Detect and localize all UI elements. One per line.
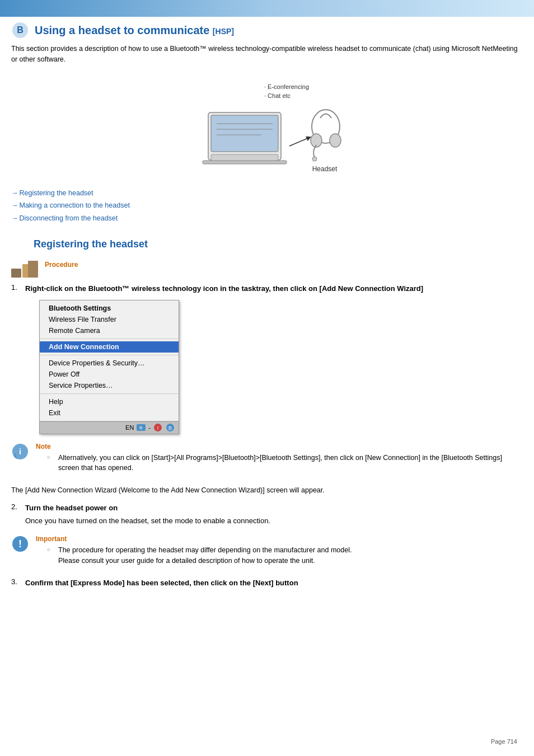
link-disconnecting[interactable]: Disconnecting from the headset [11, 212, 523, 225]
taskbar-dash: - [148, 424, 151, 431]
svg-text:· Chat etc: · Chat etc [264, 92, 291, 99]
svg-text:!: ! [157, 425, 159, 431]
link-making[interactable]: Making a connection to the headset [11, 199, 523, 212]
procedure-block: Procedure [11, 259, 523, 279]
menu-item-wireless-transfer[interactable]: Wireless File Transfer [40, 314, 179, 325]
taskbar-strip: EN B - ! B [40, 421, 179, 434]
step-1: 1. Right-click on the Bluetooth™ wireles… [11, 283, 523, 434]
step-2-subtext: Once you have turned on the headset, set… [25, 515, 270, 527]
important-label: Important [36, 535, 352, 543]
step-1-number: 1. [11, 283, 25, 292]
svg-line-11 [289, 138, 309, 146]
page-number: Page 714 [491, 738, 517, 745]
menu-item-bluetooth-settings[interactable]: Bluetooth Settings [40, 303, 179, 314]
context-menu-container: Bluetooth Settings Wireless File Transfe… [25, 300, 523, 434]
svg-rect-17 [11, 269, 21, 278]
page-footer: Page 714 [480, 732, 528, 750]
title-row: B Using a headset to communicate [HSP] [11, 21, 523, 39]
menu-item-remote-camera[interactable]: Remote Camera [40, 325, 179, 336]
svg-text:i: i [19, 447, 21, 456]
intro-text: This section provides a description of h… [11, 44, 523, 65]
svg-text:B: B [140, 425, 143, 430]
context-menu: Bluetooth Settings Wireless File Transfe… [39, 300, 179, 434]
bullet-icon-2: ○ [47, 547, 55, 552]
menu-item-add-new-connection[interactable]: Add New Connection [40, 341, 179, 353]
svg-point-14 [330, 134, 341, 147]
step-3-text: Confirm that [Express Mode] has been sel… [25, 577, 298, 589]
svg-text:Headset: Headset [312, 165, 338, 173]
svg-rect-19 [28, 261, 38, 278]
step-1-text: Right-click on the Bluetooth™ wireless t… [25, 283, 423, 294]
svg-rect-9 [211, 154, 278, 161]
svg-point-15 [312, 157, 317, 161]
diagram-area: · E-conferencing · Chat etc [11, 73, 523, 176]
step-2-text: Turn the headset power on [25, 503, 270, 514]
menu-section-2: Add New Connection [40, 339, 179, 355]
menu-item-power-off[interactable]: Power Off [40, 369, 179, 380]
bluetooth-icon: B [11, 21, 29, 39]
menu-item-exit[interactable]: Exit [40, 407, 179, 419]
menu-item-service-properties[interactable]: Service Properties… [40, 380, 179, 391]
svg-text:B: B [17, 25, 24, 35]
links-section: Registering the headset Making a connect… [11, 187, 523, 225]
step-3-number: 3. [11, 577, 25, 586]
taskbar-en: EN [125, 424, 134, 431]
note-label: Note [36, 443, 523, 450]
taskbar-items: EN B - ! B [125, 423, 175, 432]
note-block: i Note ○ Alternatively, you can click on… [11, 443, 523, 477]
important-content: Important ○ The procedure for operating … [36, 535, 352, 570]
bullet-icon: ○ [47, 454, 55, 460]
menu-item-device-properties[interactable]: Device Properties & Security… [40, 358, 179, 369]
svg-rect-10 [203, 161, 287, 164]
taskbar-icon-3: B [165, 423, 175, 432]
svg-text:· E-conferencing: · E-conferencing [264, 83, 309, 90]
menu-section-4: Help Exit [40, 394, 179, 421]
note-bullet: ○ Alternatively, you can click on [Start… [47, 453, 523, 474]
important-block: ! Important ○ The procedure for operatin… [11, 535, 523, 570]
important-bullet: ○ The procedure for operating the headse… [47, 545, 352, 566]
important-text: The procedure for operating the headset … [58, 545, 352, 566]
step-3: 3. Confirm that [Express Mode] has been … [11, 577, 523, 589]
note-text: Alternatively, you can click on [Start]>… [58, 453, 523, 474]
menu-section-3: Device Properties & Security… Power Off … [40, 355, 179, 394]
addnew-text: The [Add New Connection Wizard (Welcome … [11, 485, 523, 496]
svg-rect-5 [211, 115, 278, 152]
page-title: Using a headset to communicate [HSP] [35, 24, 234, 37]
procedure-label: Procedure [45, 259, 78, 269]
link-registering[interactable]: Registering the headset [11, 187, 523, 200]
procedure-icon [11, 259, 38, 279]
taskbar-icon-1: B [136, 423, 146, 432]
taskbar-icon-2: ! [153, 423, 163, 432]
section-heading: Registering the headset [34, 238, 523, 250]
note-content: Note ○ Alternatively, you can click on [… [36, 443, 523, 477]
svg-text:B: B [168, 425, 172, 431]
menu-item-help[interactable]: Help [40, 396, 179, 407]
note-icon: i [11, 443, 29, 461]
step-2-number: 2. [11, 503, 25, 511]
diagram-svg: · E-conferencing · Chat etc [177, 73, 357, 174]
step-2-content: Turn the headset power on Once you have … [25, 503, 270, 527]
step-2: 2. Turn the headset power on Once you ha… [11, 503, 523, 527]
svg-text:!: ! [18, 538, 22, 550]
menu-section-1: Bluetooth Settings Wireless File Transfe… [40, 300, 179, 339]
top-banner [0, 0, 534, 17]
important-icon: ! [11, 535, 29, 553]
